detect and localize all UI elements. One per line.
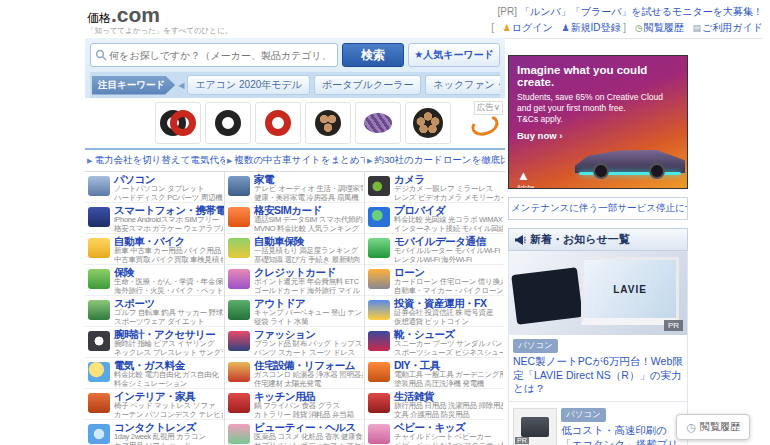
keyword-chip[interactable]: ポータブルクーラー [314, 75, 421, 95]
category-interior[interactable]: インテリア・家具椅子 ベッド マットレス ソファカーテン パソコンデスク テレビ… [85, 389, 224, 420]
category-investment[interactable]: 投資・資産運用・FX証券会社 投資信託 株 暗号資産仮想通貨 ビットコイン [365, 296, 504, 327]
news-item[interactable]: PR パソコン低コスト・高速印刷の「エコタンク」搭載プリンターの魅力に迫る [509, 401, 687, 445]
register-person-icon: ♟ [561, 23, 569, 33]
category-mobile-data[interactable]: モバイルデータ通信モバイルルーター モバイルWi-FiレンタルWi-Fi 海外W… [365, 234, 504, 265]
category-beauty-health[interactable]: ビューティー・ヘルス医薬品 コスメ 化粧品 香水 健康食品サプリメント ボディケ… [225, 420, 364, 445]
featured-news-title[interactable]: NEC製ノートPCが6万円台！Web限定「LAVIE Direct NS（R）」… [509, 355, 687, 401]
bracket: ] [623, 22, 626, 33]
cable-product-thumbnail[interactable] [155, 102, 201, 144]
cable-product-thumbnail[interactable] [205, 102, 251, 144]
featured-news[interactable]: LAVIE PR パソコン NEC製ノートPCが6万円台！Web限定「LAVIE… [509, 251, 687, 401]
logo-com-text: .com [111, 3, 160, 26]
category-reform[interactable]: 住宅設備・リフォームガスコンロ 給湯器 浄水器 照明器具住宅建材 太陽光発電 [225, 358, 364, 389]
maintenance-notice-link[interactable]: メンテナンスに伴う一部サービス停止について [508, 197, 688, 220]
guide-link[interactable]: ご利用ガイド [702, 22, 763, 33]
search-button[interactable]: 検索 [342, 43, 404, 67]
pr-badge: PR [515, 437, 529, 444]
category-energy[interactable]: 電気・ガス料金料金比較 電力自由化 ガス自由化料金シミュレーション [85, 358, 224, 389]
category-contact-lens[interactable]: コンタクトレンズ1day 2week 乱視用 カラコンケア用品 ソフト ハード [85, 420, 224, 445]
category-smartphone[interactable]: スマートフォン・携帯電話iPhone Androidスマホ SIMフリー格安スマ… [85, 203, 224, 234]
cable-product-thumbnail[interactable] [355, 102, 401, 144]
used-car-promo-link[interactable]: ▶複数の中古車サイトをまとめて検索 [225, 150, 365, 171]
pot-icon [228, 393, 250, 413]
cable-product-thumbnail[interactable] [305, 102, 351, 144]
contact-lens-icon [88, 424, 110, 444]
tv-icon [228, 176, 250, 196]
category-daily-goods[interactable]: 生活雑貨旅行用品 日用品 洗濯用品 掃除用品文具 介護用品 防災用品 [365, 389, 504, 420]
car-insurance-icon [228, 238, 250, 258]
category-camera[interactable]: カメラデジカメ 一眼レフ ミラーレスレンズ ビデオカメラ メモリーカード [365, 172, 504, 203]
shoe-icon [368, 331, 390, 351]
cable-product-thumbnail[interactable] [255, 102, 301, 144]
bullet-icon: ▶ [87, 157, 92, 165]
watch-icon [88, 331, 110, 351]
delorean-car-graphic [575, 140, 685, 180]
printer-thumbnail: PR [513, 408, 557, 445]
category-column-1: パソコンノートパソコン タブレットハードディスク PCパーツ 周辺機器 スマート… [85, 172, 224, 445]
ad-label[interactable]: 広告∨ [474, 101, 503, 115]
register-link[interactable]: 新規ID登録 [571, 22, 621, 33]
category-baby-kids[interactable]: ベビー・キッズチャイルドシート ベビーカーベビーベッド おむつ マタニティ用品 [365, 420, 504, 445]
category-fashion[interactable]: ファッションブランド品 財布 バッグ トップスパンツ スカート スーツ ドレス [225, 327, 364, 358]
category-tag: パソコン [561, 408, 606, 422]
pr-label: [PR] [498, 6, 517, 17]
electricity-promo-link[interactable]: ▶電力会社を切り替えて電気代を節約 [85, 150, 225, 171]
popular-keywords-button[interactable]: ★人気キーワード [408, 43, 500, 67]
site-logo[interactable]: 価格.com 「知っててよかった」をすべてのひとに。 [87, 4, 232, 35]
category-credit-card[interactable]: クレジットカードポイント還元率 年会費無料 ETCゴールドカード 海外旅行 マイ… [225, 265, 364, 296]
clock-icon: ◷ [686, 421, 696, 434]
featured-news-image[interactable]: LAVIE PR [509, 251, 687, 335]
adobe-brand-text: Adobe [517, 184, 534, 189]
category-kaden[interactable]: 家電テレビ オーディオ 生活・調理家電健康・美容家電 冷房器具 扇風機 [225, 172, 364, 203]
category-car-bike[interactable]: 自動車・バイク新車 中古車 カー用品 バイク用品中古車買取 バイク買取 車検見積… [85, 234, 224, 265]
category-tag: パソコン [513, 339, 558, 353]
category-loan[interactable]: ローンカードローン 住宅ローン 借り換え自動車・マイカー・バイクローン [365, 265, 504, 296]
search-icon [95, 49, 107, 61]
category-outdoor[interactable]: アウトドアキャンプ バーベキュー 登山 テント寝袋 ライト 水筒 [225, 296, 364, 327]
keyword-chip[interactable]: エアコン 2020年モデル [187, 75, 310, 95]
header-links: [PR]「ルンバ」「ブラーバ」を試せるモニターを大募集！ [ ♟ログイン ♟新規… [491, 4, 763, 36]
cable-product-thumbnail[interactable] [405, 102, 451, 144]
adobe-banner-ad[interactable]: Imagine what you could create. Students,… [508, 55, 688, 189]
advertiser-logo [469, 112, 502, 139]
bicycle-icon [88, 300, 110, 320]
bullet-icon: ▶ [367, 157, 372, 165]
keyword-ticker: 注目キーワード ◀ エアコン 2020年モデル ポータブルクーラー ネックファン… [90, 72, 500, 98]
category-car-insurance[interactable]: 自動車保険一括見積もり 満足度ランキング基礎知識 選び方 手続き 最新動向 [225, 234, 364, 265]
credit-card-icon [228, 269, 250, 289]
login-link[interactable]: ログイン [512, 22, 553, 33]
card-loan-promo-link[interactable]: ▶約30社のカードローンを徹底比較 [365, 150, 505, 171]
history-link[interactable]: 閲覧履歴 [644, 22, 684, 33]
search-input[interactable] [107, 49, 333, 62]
category-diy[interactable]: DIY・工具電動工具 一般工具 ガーデニング用品塗装用品 高圧洗浄機 発電機 [365, 358, 504, 389]
category-grid: パソコンノートパソコン タブレットハードディスク PCパーツ 周辺機器 スマート… [85, 172, 505, 445]
clover-icon [88, 269, 110, 289]
globe-icon [368, 207, 390, 227]
category-sports[interactable]: スポーツゴルフ 自転車 釣具 サッカー 野球スポーツウェア ダイエット [85, 296, 224, 327]
house-icon [228, 362, 250, 382]
laptop-icon [88, 176, 110, 196]
category-provider[interactable]: プロバイダ料金比較 光回線 光コラボ WiMAXインターネット接続 モバイル回線 [365, 203, 504, 234]
keyword-chip[interactable]: ネックファン・ネッククーラー [425, 75, 500, 95]
category-pc[interactable]: パソコンノートパソコン タブレットハードディスク PCパーツ 周辺機器 [85, 172, 224, 203]
history-fab-button[interactable]: ◷ 閲覧履歴 [676, 414, 750, 440]
category-insurance[interactable]: 保険生命・医療・がん・学資・年金保険海外旅行・火災・バイク・ペット保険 [85, 265, 224, 296]
lavie-brand-text: LAVIE [613, 284, 647, 295]
right-sidebar: Imagine what you could create. Students,… [508, 55, 688, 445]
chair-icon [88, 393, 110, 413]
megaphone-icon [514, 234, 526, 246]
category-shoes[interactable]: 靴・シューズスニーカー ブーツ サンダル パンプススポーツシューズ ビジネスシュ… [365, 327, 504, 358]
category-watch-accessory[interactable]: 腕時計・アクセサリー腕時計 指輪 ピアス イヤリングネックレス ブレスレット サ… [85, 327, 224, 358]
bracket: [ [491, 22, 494, 33]
drill-icon [368, 362, 390, 382]
chart-icon [368, 300, 390, 320]
keyword-prev-icon[interactable]: ◀ [178, 81, 184, 90]
bullet-icon: ▶ [227, 157, 232, 165]
category-kitchen[interactable]: キッチン用品鍋 フライパン 食器 グラスカトラリー 雑貨 消耗品 弁当箱 [225, 389, 364, 420]
category-sim-card[interactable]: 格安SIMカード通話SIM データSIM スマホ代節約MVNO 料金比較 人気ラ… [225, 203, 364, 234]
sim-card-icon [228, 207, 250, 227]
pr-banner-link[interactable]: 「ルンバ」「ブラーバ」を試せるモニターを大募集！ [520, 6, 763, 17]
keyword-badge: 注目キーワード [92, 76, 175, 95]
news-title[interactable]: 低コスト・高速印刷の「エコタンク」搭載プリンターの魅力に迫る [561, 424, 687, 445]
category-column-3: カメラデジカメ 一眼レフ ミラーレスレンズ ビデオカメラ メモリーカード プロバ… [364, 172, 504, 445]
